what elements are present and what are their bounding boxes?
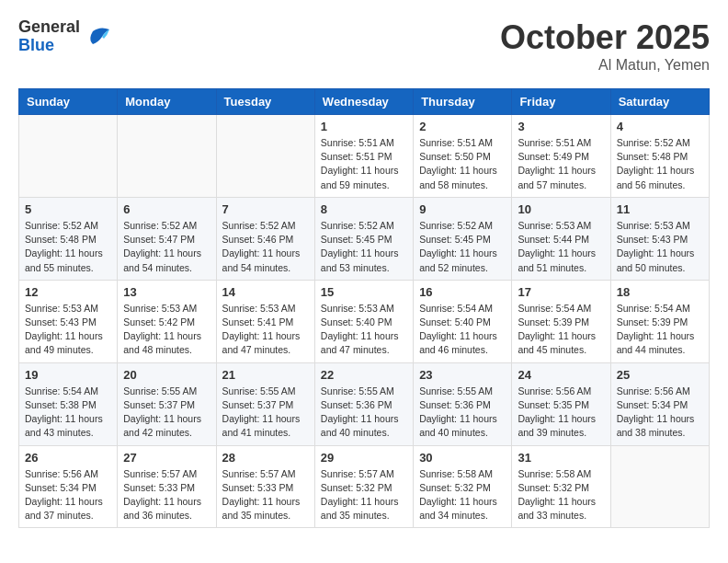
calendar-cell: 16Sunrise: 5:54 AMSunset: 5:40 PMDayligh… — [414, 280, 512, 362]
day-info: Sunrise: 5:51 AMSunset: 5:50 PMDaylight:… — [419, 136, 506, 192]
day-number: 19 — [25, 368, 111, 382]
day-number: 22 — [321, 368, 407, 382]
calendar-cell: 4Sunrise: 5:52 AMSunset: 5:48 PMDaylight… — [610, 115, 709, 198]
day-number: 29 — [321, 451, 407, 465]
day-info: Sunrise: 5:55 AMSunset: 5:37 PMDaylight:… — [123, 385, 210, 441]
day-info: Sunrise: 5:52 AMSunset: 5:46 PMDaylight:… — [222, 219, 309, 275]
day-number: 8 — [321, 202, 407, 216]
day-number: 10 — [518, 202, 604, 216]
day-info: Sunrise: 5:53 AMSunset: 5:41 PMDaylight:… — [222, 302, 309, 358]
day-info: Sunrise: 5:56 AMSunset: 5:35 PMDaylight:… — [518, 385, 604, 441]
calendar-cell: 11Sunrise: 5:53 AMSunset: 5:43 PMDayligh… — [610, 197, 709, 280]
calendar-cell: 21Sunrise: 5:55 AMSunset: 5:37 PMDayligh… — [216, 362, 314, 445]
calendar-cell: 31Sunrise: 5:58 AMSunset: 5:32 PMDayligh… — [512, 445, 610, 528]
day-header-saturday: Saturday — [610, 89, 709, 115]
day-number: 23 — [419, 368, 506, 382]
day-number: 18 — [617, 285, 703, 299]
week-row-1: 1Sunrise: 5:51 AMSunset: 5:51 PMDaylight… — [19, 115, 710, 198]
day-number: 17 — [518, 285, 604, 299]
day-info: Sunrise: 5:53 AMSunset: 5:40 PMDaylight:… — [321, 302, 407, 358]
day-number: 30 — [419, 451, 506, 465]
day-info: Sunrise: 5:55 AMSunset: 5:36 PMDaylight:… — [419, 385, 506, 441]
calendar-cell: 30Sunrise: 5:58 AMSunset: 5:32 PMDayligh… — [414, 445, 512, 528]
calendar-cell: 1Sunrise: 5:51 AMSunset: 5:51 PMDaylight… — [314, 115, 413, 198]
day-number: 20 — [123, 368, 210, 382]
day-info: Sunrise: 5:53 AMSunset: 5:43 PMDaylight:… — [25, 302, 111, 358]
day-info: Sunrise: 5:54 AMSunset: 5:40 PMDaylight:… — [419, 302, 506, 358]
calendar-table: SundayMondayTuesdayWednesdayThursdayFrid… — [18, 88, 710, 528]
calendar-cell: 7Sunrise: 5:52 AMSunset: 5:46 PMDaylight… — [216, 197, 314, 280]
week-row-3: 12Sunrise: 5:53 AMSunset: 5:43 PMDayligh… — [19, 280, 710, 362]
day-header-thursday: Thursday — [414, 89, 512, 115]
day-number: 3 — [518, 120, 604, 133]
month-title: October 2025 — [500, 18, 710, 57]
day-number: 26 — [25, 451, 111, 465]
day-number: 4 — [617, 120, 703, 133]
day-number: 9 — [419, 202, 506, 216]
day-number: 25 — [617, 368, 703, 382]
calendar-cell: 14Sunrise: 5:53 AMSunset: 5:41 PMDayligh… — [216, 280, 314, 362]
day-info: Sunrise: 5:53 AMSunset: 5:44 PMDaylight:… — [518, 219, 604, 275]
day-info: Sunrise: 5:58 AMSunset: 5:32 PMDaylight:… — [419, 467, 506, 523]
calendar-cell: 13Sunrise: 5:53 AMSunset: 5:42 PMDayligh… — [118, 280, 216, 362]
calendar-cell — [118, 115, 216, 198]
week-row-5: 26Sunrise: 5:56 AMSunset: 5:34 PMDayligh… — [19, 445, 710, 528]
calendar-cell: 5Sunrise: 5:52 AMSunset: 5:48 PMDaylight… — [19, 197, 118, 280]
calendar-header: SundayMondayTuesdayWednesdayThursdayFrid… — [19, 89, 710, 115]
day-info: Sunrise: 5:57 AMSunset: 5:33 PMDaylight:… — [123, 467, 210, 523]
calendar-cell: 26Sunrise: 5:56 AMSunset: 5:34 PMDayligh… — [19, 445, 118, 528]
day-number: 15 — [321, 285, 407, 299]
calendar-cell: 17Sunrise: 5:54 AMSunset: 5:39 PMDayligh… — [512, 280, 610, 362]
day-info: Sunrise: 5:57 AMSunset: 5:33 PMDaylight:… — [222, 467, 309, 523]
calendar-cell: 15Sunrise: 5:53 AMSunset: 5:40 PMDayligh… — [314, 280, 413, 362]
calendar-cell: 27Sunrise: 5:57 AMSunset: 5:33 PMDayligh… — [118, 445, 216, 528]
day-number: 31 — [518, 451, 604, 465]
day-header-tuesday: Tuesday — [216, 89, 314, 115]
calendar-cell — [19, 115, 118, 198]
calendar-cell: 19Sunrise: 5:54 AMSunset: 5:38 PMDayligh… — [19, 362, 118, 445]
calendar-cell: 3Sunrise: 5:51 AMSunset: 5:49 PMDaylight… — [512, 115, 610, 198]
calendar-cell: 25Sunrise: 5:56 AMSunset: 5:34 PMDayligh… — [610, 362, 709, 445]
calendar-cell: 23Sunrise: 5:55 AMSunset: 5:36 PMDayligh… — [414, 362, 512, 445]
calendar-cell: 29Sunrise: 5:57 AMSunset: 5:32 PMDayligh… — [314, 445, 413, 528]
logo-text: General Blue — [18, 18, 80, 55]
day-info: Sunrise: 5:56 AMSunset: 5:34 PMDaylight:… — [25, 467, 111, 523]
day-number: 1 — [321, 120, 407, 133]
day-number: 28 — [222, 451, 309, 465]
logo-general: General — [18, 18, 80, 37]
day-number: 7 — [222, 202, 309, 216]
page-header: General Blue October 2025 Al Matun, Yeme… — [18, 18, 710, 74]
location: Al Matun, Yemen — [500, 57, 710, 74]
day-info: Sunrise: 5:54 AMSunset: 5:39 PMDaylight:… — [518, 302, 604, 358]
day-info: Sunrise: 5:57 AMSunset: 5:32 PMDaylight:… — [321, 467, 407, 523]
day-info: Sunrise: 5:52 AMSunset: 5:45 PMDaylight:… — [419, 219, 506, 275]
day-number: 5 — [25, 202, 111, 216]
day-info: Sunrise: 5:53 AMSunset: 5:42 PMDaylight:… — [123, 302, 210, 358]
day-number: 21 — [222, 368, 309, 382]
calendar-cell — [610, 445, 709, 528]
calendar-cell: 8Sunrise: 5:52 AMSunset: 5:45 PMDaylight… — [314, 197, 413, 280]
calendar-cell: 6Sunrise: 5:52 AMSunset: 5:47 PMDaylight… — [118, 197, 216, 280]
calendar-body: 1Sunrise: 5:51 AMSunset: 5:51 PMDaylight… — [19, 115, 710, 528]
day-info: Sunrise: 5:51 AMSunset: 5:51 PMDaylight:… — [321, 136, 407, 192]
calendar-cell: 2Sunrise: 5:51 AMSunset: 5:50 PMDaylight… — [414, 115, 512, 198]
calendar-cell: 20Sunrise: 5:55 AMSunset: 5:37 PMDayligh… — [118, 362, 216, 445]
day-header-sunday: Sunday — [19, 89, 118, 115]
calendar-cell: 22Sunrise: 5:55 AMSunset: 5:36 PMDayligh… — [314, 362, 413, 445]
day-header-monday: Monday — [118, 89, 216, 115]
day-info: Sunrise: 5:51 AMSunset: 5:49 PMDaylight:… — [518, 136, 604, 192]
day-info: Sunrise: 5:54 AMSunset: 5:39 PMDaylight:… — [617, 302, 703, 358]
day-info: Sunrise: 5:55 AMSunset: 5:37 PMDaylight:… — [222, 385, 309, 441]
calendar-cell: 12Sunrise: 5:53 AMSunset: 5:43 PMDayligh… — [19, 280, 118, 362]
day-number: 2 — [419, 120, 506, 133]
day-info: Sunrise: 5:55 AMSunset: 5:36 PMDaylight:… — [321, 385, 407, 441]
day-info: Sunrise: 5:54 AMSunset: 5:38 PMDaylight:… — [25, 385, 111, 441]
calendar-cell: 10Sunrise: 5:53 AMSunset: 5:44 PMDayligh… — [512, 197, 610, 280]
title-area: October 2025 Al Matun, Yemen — [500, 18, 710, 74]
day-info: Sunrise: 5:52 AMSunset: 5:48 PMDaylight:… — [617, 136, 703, 192]
day-number: 14 — [222, 285, 309, 299]
logo-blue: Blue — [18, 37, 80, 55]
logo-bird-icon — [84, 24, 111, 50]
day-info: Sunrise: 5:52 AMSunset: 5:47 PMDaylight:… — [123, 219, 210, 275]
day-number: 27 — [123, 451, 210, 465]
